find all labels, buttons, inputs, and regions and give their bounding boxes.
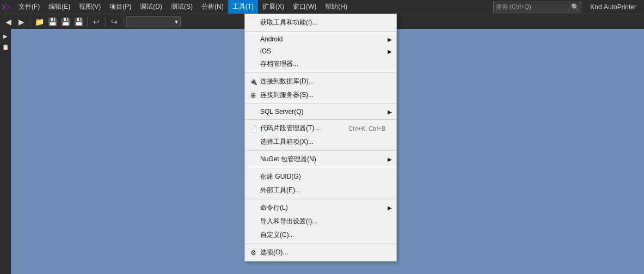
cmd-line-label: 命令行(L) <box>260 203 288 212</box>
left-panel: ▶ 📋 <box>0 29 11 274</box>
menubar-file[interactable]: 文件(F) <box>14 0 44 14</box>
menu-item-import-export[interactable]: 导入和导出设置(I)... <box>245 215 396 228</box>
menu-item-cmd-line[interactable]: 命令行(L) ▶ <box>245 201 396 215</box>
menu-item-nuget[interactable]: NuGet 包管理器(N) ▶ <box>245 153 396 166</box>
menubar-search: 搜索 (Ctrl+Q) 🔍 Knd.AutoPrinter <box>493 0 642 14</box>
toolbar-redo[interactable]: ↪ <box>108 16 120 28</box>
menu-sep-6 <box>245 168 396 168</box>
menubar-analyze[interactable]: 分析(N) <box>197 0 228 14</box>
toolbar-back[interactable]: ◀ <box>2 16 14 28</box>
svg-marker-0 <box>2 4 5 10</box>
menu-sep-8 <box>245 243 396 244</box>
toolbar-sep1 <box>30 17 30 27</box>
menubar-test[interactable]: 测试(S) <box>167 0 197 14</box>
app-title: Knd.AutoPrinter <box>585 0 642 14</box>
snippet-shortcut: Ctrl+K, Ctrl+B <box>332 125 385 132</box>
panel-icon-1[interactable]: ▶ <box>1 31 10 41</box>
menubar-view[interactable]: 视图(V) <box>75 0 105 14</box>
tools-dropdown-menu: 获取工具和功能(I)... Android ▶ iOS ▶ 存档管理器... 🔌… <box>244 14 397 261</box>
menubar-items: 文件(F) 编辑(E) 视图(V) 项目(P) 调试(D) 测试(S) 分析(N… <box>14 0 493 14</box>
menu-sep-7 <box>245 199 396 199</box>
menu-item-get-tools[interactable]: 获取工具和功能(I)... <box>245 16 396 29</box>
menu-sep-1 <box>245 31 396 32</box>
menubar-tools[interactable]: 工具(T) <box>228 0 258 14</box>
menubar-project[interactable]: 项目(P) <box>105 0 136 14</box>
menu-sep-5 <box>245 150 396 151</box>
nuget-arrow-icon: ▶ <box>388 156 392 162</box>
toolbar-sep4 <box>123 17 124 27</box>
menu-item-android[interactable]: Android ▶ <box>245 33 396 45</box>
menu-sep-4 <box>245 119 396 120</box>
connect-server-label: 连接到服务器(S)... <box>260 90 314 100</box>
menu-sep-3 <box>245 103 396 104</box>
menubar-help[interactable]: 帮助(H) <box>321 0 352 14</box>
menu-item-archive[interactable]: 存档管理器... <box>245 57 396 71</box>
connect-db-label: 连接到数据库(D)... <box>260 77 314 86</box>
external-tools-label: 外部工具(E)... <box>260 186 300 195</box>
menubar-extensions[interactable]: 扩展(X) <box>258 0 289 14</box>
menu-item-create-guid[interactable]: 创建 GUID(G) <box>245 170 396 184</box>
archive-label: 存档管理器... <box>260 59 298 69</box>
gear-icon: ⚙ <box>248 248 258 258</box>
search-button[interactable]: 🔍 <box>569 2 581 13</box>
menubar: 文件(F) 编辑(E) 视图(V) 项目(P) 调试(D) 测试(S) 分析(N… <box>0 0 644 14</box>
toolbar-sep3 <box>105 17 106 27</box>
search-placeholder: 搜索 (Ctrl+Q) <box>496 3 531 11</box>
menubar-edit[interactable]: 编辑(E) <box>44 0 75 14</box>
sql-server-label: SQL Server(Q) <box>260 108 304 115</box>
menu-sep-2 <box>245 72 396 73</box>
toolbar-save2[interactable]: 💾 <box>59 16 71 28</box>
toolbar-open[interactable]: 📁 <box>33 16 45 28</box>
create-guid-label: 创建 GUID(G) <box>260 172 301 181</box>
dropdown-arrow-icon: ▾ <box>175 18 178 26</box>
customize-label: 自定义(C)... <box>260 230 295 240</box>
menu-item-snippet-mgr[interactable]: 📄 代码片段管理器(T)... Ctrl+K, Ctrl+B <box>245 121 396 135</box>
search-box[interactable]: 搜索 (Ctrl+Q) <box>493 2 569 13</box>
get-tools-label: 获取工具和功能(I)... <box>260 18 317 27</box>
android-label: Android <box>260 35 283 43</box>
sql-server-arrow-icon: ▶ <box>388 109 392 115</box>
snippet-label: 代码片段管理器(T)... <box>260 124 320 133</box>
android-arrow-icon: ▶ <box>388 36 392 42</box>
menu-item-sql-server[interactable]: SQL Server(Q) ▶ <box>245 106 396 118</box>
toolbar-save[interactable]: 💾 <box>46 16 58 28</box>
connect-server-icon: 🖥 <box>248 90 258 100</box>
import-export-label: 导入和导出设置(I)... <box>260 217 317 226</box>
ios-arrow-icon: ▶ <box>388 48 392 54</box>
menu-item-external-tools[interactable]: 外部工具(E)... <box>245 184 396 197</box>
toolbar-undo[interactable]: ↩ <box>90 16 102 28</box>
options-label: 选项(O)... <box>260 248 288 257</box>
toolbar-saveall[interactable]: 💾 <box>72 16 84 28</box>
toolbar-sep2 <box>87 17 88 27</box>
menu-item-ios[interactable]: iOS ▶ <box>245 45 396 57</box>
ios-label: iOS <box>260 47 271 55</box>
panel-icon-2[interactable]: 📋 <box>1 42 10 52</box>
nuget-label: NuGet 包管理器(N) <box>260 155 316 164</box>
toolbox-label: 选择工具箱项(X)... <box>260 137 314 147</box>
menu-item-connect-db[interactable]: 🔌 连接到数据库(D)... <box>245 75 396 88</box>
menubar-debug[interactable]: 调试(D) <box>136 0 167 14</box>
menu-item-connect-server[interactable]: 🖥 连接到服务器(S)... <box>245 88 396 102</box>
toolbar-forward[interactable]: ▶ <box>15 16 27 28</box>
connect-db-icon: 🔌 <box>248 77 258 87</box>
toolbar-dropdown[interactable]: ▾ <box>126 16 181 27</box>
menubar-window[interactable]: 窗口(W) <box>289 0 321 14</box>
vs-logo <box>2 3 11 11</box>
menu-item-options[interactable]: ⚙ 选项(O)... <box>245 246 396 259</box>
cmd-line-arrow-icon: ▶ <box>388 205 392 211</box>
snippet-icon: 📄 <box>248 124 258 133</box>
menu-item-toolbox[interactable]: 选择工具箱项(X)... <box>245 135 396 149</box>
menu-item-customize[interactable]: 自定义(C)... <box>245 228 396 242</box>
